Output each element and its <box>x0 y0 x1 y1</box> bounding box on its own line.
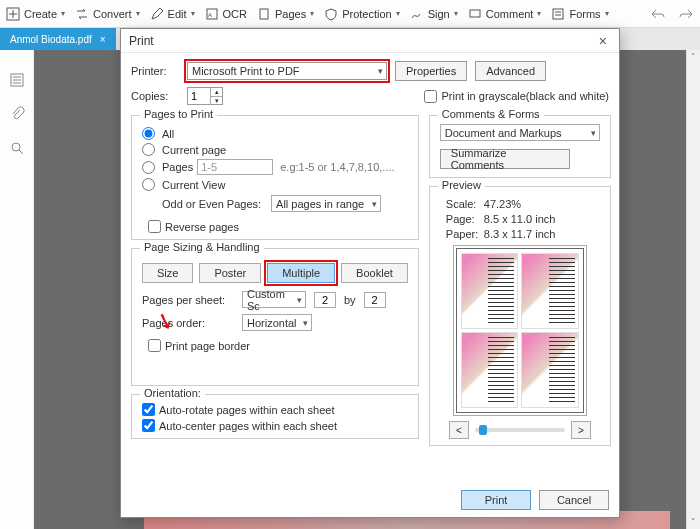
svg-rect-3 <box>260 9 268 19</box>
preview-prev-button[interactable]: < <box>449 421 469 439</box>
orientation-legend: Orientation: <box>140 387 205 399</box>
shield-icon <box>324 7 338 21</box>
cancel-button[interactable]: Cancel <box>539 490 609 510</box>
preview-slider[interactable] <box>475 428 565 432</box>
preview-page-value: 8.5 x 11.0 inch <box>484 213 556 225</box>
auto-rotate-checkbox[interactable]: Auto-rotate pages within each sheet <box>142 403 408 416</box>
search-icon[interactable] <box>9 140 25 156</box>
pps-x-input[interactable] <box>314 292 336 308</box>
svg-point-7 <box>12 143 20 151</box>
preview-mini-page <box>521 253 579 329</box>
copies-input[interactable] <box>188 88 210 104</box>
attachments-icon[interactable] <box>9 106 25 122</box>
preview-legend: Preview <box>438 179 485 191</box>
preview-paper-value: 8.3 x 11.7 inch <box>484 228 556 240</box>
print-dialog: Print × Printer: Microsoft Print to PDF … <box>120 28 620 518</box>
tab-poster[interactable]: Poster <box>199 263 261 283</box>
toolbar-create[interactable]: Create▾ <box>6 7 65 21</box>
properties-button[interactable]: Properties <box>395 61 467 81</box>
pages-hint: e.g:1-5 or 1,4,7,8,10,.... <box>280 161 394 173</box>
radio-current-view[interactable]: Current View <box>142 178 408 191</box>
summarize-comments-button[interactable]: Summarize Comments <box>440 149 570 169</box>
comments-forms-legend: Comments & Forms <box>438 108 544 120</box>
spin-down-icon[interactable]: ▾ <box>210 97 222 105</box>
scroll-down-icon[interactable]: ˅ <box>687 515 700 529</box>
dialog-footer: Print Cancel <box>121 483 619 517</box>
tab-booklet[interactable]: Booklet <box>341 263 408 283</box>
pages-order-label: Pages order: <box>142 317 234 329</box>
grayscale-checkbox[interactable]: Print in grayscale(black and white) <box>424 90 609 103</box>
radio-all[interactable]: All <box>142 127 408 140</box>
comments-forms-group: Comments & Forms Document and Markups Su… <box>429 115 611 178</box>
odd-even-select[interactable]: All pages in range <box>271 195 381 212</box>
pages-icon <box>257 7 271 21</box>
tab-close-icon[interactable]: × <box>100 34 106 45</box>
print-button[interactable]: Print <box>461 490 531 510</box>
pages-range-input[interactable] <box>197 159 273 175</box>
toolbar-sign[interactable]: Sign▾ <box>410 7 458 21</box>
tab-size[interactable]: Size <box>142 263 193 283</box>
pages-to-print-group: Pages to Print All Current page Pages e.… <box>131 115 419 240</box>
preview-mini-page <box>521 332 579 408</box>
left-panel-rail <box>0 50 34 529</box>
thumbnails-icon[interactable] <box>9 72 25 88</box>
toolbar-edit[interactable]: Edit▾ <box>150 7 195 21</box>
reverse-pages-checkbox[interactable]: Reverse pages <box>148 220 408 233</box>
edit-icon <box>150 7 164 21</box>
spin-up-icon[interactable]: ▴ <box>210 88 222 97</box>
preview-mini-page <box>461 332 519 408</box>
redo-icon[interactable] <box>678 7 694 21</box>
advanced-button[interactable]: Advanced <box>475 61 546 81</box>
tab-multiple[interactable]: Multiple <box>267 263 335 283</box>
toolbar-protection[interactable]: Protection▾ <box>324 7 400 21</box>
page-sizing-group: Page Sizing & Handling Size Poster Multi… <box>131 248 419 386</box>
convert-icon <box>75 7 89 21</box>
toolbar-pages[interactable]: Pages▾ <box>257 7 314 21</box>
preview-sheet <box>456 248 584 413</box>
pages-to-print-legend: Pages to Print <box>140 108 217 120</box>
close-icon[interactable]: × <box>595 33 611 49</box>
svg-rect-5 <box>553 9 563 19</box>
forms-icon <box>551 7 565 21</box>
pages-order-select[interactable]: Horizontal <box>242 314 312 331</box>
printer-label: Printer: <box>131 65 179 77</box>
orientation-group: Orientation: Auto-rotate pages within ea… <box>131 394 419 439</box>
dialog-titlebar: Print × <box>121 29 619 53</box>
toolbar-convert[interactable]: Convert▾ <box>75 7 140 21</box>
page-sizing-legend: Page Sizing & Handling <box>140 241 264 253</box>
sign-icon <box>410 7 424 21</box>
main-toolbar: Create▾ Convert▾ Edit▾ A OCR Pages▾ Prot… <box>0 0 700 28</box>
copies-label: Copies: <box>131 90 179 102</box>
odd-even-label: Odd or Even Pages: <box>162 198 261 210</box>
preview-group: Preview Scale:47.23% Page:8.5 x 11.0 inc… <box>429 186 611 446</box>
dialog-title: Print <box>129 34 154 48</box>
svg-text:A: A <box>208 12 212 18</box>
svg-rect-4 <box>470 10 480 17</box>
preview-mini-page <box>461 253 519 329</box>
auto-center-checkbox[interactable]: Auto-center pages within each sheet <box>142 419 408 432</box>
toolbar-ocr[interactable]: A OCR <box>205 7 247 21</box>
active-tab[interactable]: Anmol Biodata.pdf × <box>0 28 116 50</box>
copies-spinner[interactable]: ▴▾ <box>187 87 223 105</box>
scroll-up-icon[interactable]: ˄ <box>687 50 700 64</box>
pages-per-sheet-label: Pages per sheet: <box>142 294 234 306</box>
printer-select[interactable]: Microsoft Print to PDF <box>187 62 387 80</box>
radio-current-page[interactable]: Current page <box>142 143 408 156</box>
app-vertical-scrollbar[interactable]: ˄ ˅ <box>686 50 700 529</box>
ocr-icon: A <box>205 7 219 21</box>
toolbar-forms[interactable]: Forms▾ <box>551 7 608 21</box>
preview-scale-value: 47.23% <box>484 198 521 210</box>
pps-y-input[interactable] <box>364 292 386 308</box>
comments-forms-select[interactable]: Document and Markups <box>440 124 600 141</box>
pages-per-sheet-select[interactable]: Custom Sc <box>242 291 306 308</box>
comment-icon <box>468 7 482 21</box>
radio-pages[interactable]: Pages <box>142 161 193 174</box>
pps-by-label: by <box>344 294 356 306</box>
undo-icon[interactable] <box>650 7 666 21</box>
toolbar-comment[interactable]: Comment▾ <box>468 7 542 21</box>
preview-next-button[interactable]: > <box>571 421 591 439</box>
print-page-border-checkbox[interactable]: Print page border <box>148 339 408 352</box>
plus-box-icon <box>6 7 20 21</box>
tab-filename: Anmol Biodata.pdf <box>10 34 92 45</box>
